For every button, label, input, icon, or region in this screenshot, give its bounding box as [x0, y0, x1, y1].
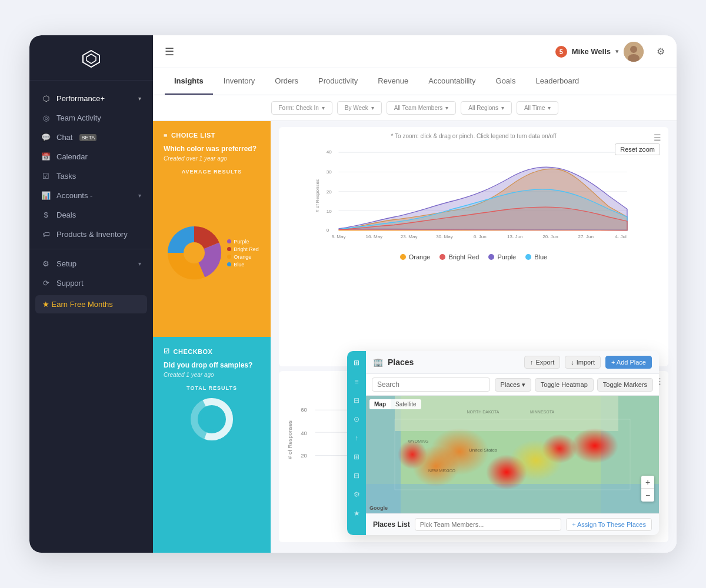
- places-sidebar-columns-icon[interactable]: ⊟: [351, 470, 362, 482]
- svg-point-5: [184, 242, 205, 263]
- places-search-bar: Places ▾ Toggle Heatmap Toggle Markers: [366, 374, 659, 396]
- svg-text:0: 0: [327, 228, 329, 233]
- filter-team[interactable]: All Team Members ▾: [387, 101, 457, 115]
- svg-text:9. May: 9. May: [331, 234, 346, 239]
- sidebar-navigation: ⬡ Performance+ ▾ ◎ Team Activity 💬 Chat …: [29, 81, 153, 553]
- sidebar-item-team-activity[interactable]: ◎ Team Activity: [29, 108, 153, 128]
- sidebar-item-setup[interactable]: ⚙ Setup ▾: [29, 254, 153, 273]
- places-sidebar-chart-icon[interactable]: ↑: [351, 432, 362, 444]
- sidebar: ⬡ Performance+ ▾ ◎ Team Activity 💬 Chat …: [29, 35, 153, 553]
- accounts-icon: 📊: [41, 191, 51, 200]
- svg-marker-1: [86, 54, 96, 64]
- card-created: Created 1 year ago: [164, 372, 260, 378]
- map-zoom-controls: + −: [641, 476, 654, 502]
- places-card: ⊞ ≡ ⊟ ⊙ ↑ ⊞ ⊟ ⚙ ★ 🏢 Places ↑ Export ↓ Im…: [347, 351, 659, 535]
- places-footer-title: Places List: [373, 520, 410, 529]
- sidebar-item-calendar[interactable]: 📅 Calendar: [29, 147, 153, 166]
- chevron-down-icon: ▾: [138, 260, 141, 267]
- filter-form-label: Form: Check In: [279, 105, 319, 111]
- svg-text:20: 20: [301, 452, 307, 459]
- filters-bar: Form: Check In ▾ By Week ▾ All Team Memb…: [153, 95, 677, 121]
- tab-productivity[interactable]: Productivity: [309, 68, 367, 95]
- places-header: 🏢 Places ↑ Export ↓ Import + Add Place: [366, 351, 659, 374]
- import-button[interactable]: ↓ Import: [565, 356, 601, 369]
- map-tab-satellite[interactable]: Satellite: [391, 399, 421, 409]
- sidebar-item-products[interactable]: 🏷 Products & Inventory: [29, 225, 153, 244]
- places-dropdown-button[interactable]: Places ▾: [495, 378, 531, 392]
- pie-labels: Purple Bright Red Orange: [227, 239, 259, 268]
- places-main: 🏢 Places ↑ Export ↓ Import + Add Place: [366, 351, 659, 535]
- pie-chart-svg: [165, 223, 224, 282]
- places-sidebar-settings-icon[interactable]: ⚙: [351, 489, 362, 500]
- filter-time-label: All Time: [524, 105, 545, 111]
- toggle-markers-button[interactable]: Toggle Markers: [597, 378, 653, 392]
- gear-icon[interactable]: ⚙: [657, 46, 665, 57]
- user-menu[interactable]: 5 Mike Wells ▾: [555, 42, 644, 62]
- choice-list-icon: ≡: [164, 132, 168, 139]
- deals-icon: $: [41, 211, 51, 219]
- zoom-in-button[interactable]: +: [641, 476, 654, 489]
- sidebar-item-performance[interactable]: ⬡ Performance+ ▾: [29, 89, 153, 108]
- pick-team-input[interactable]: [415, 518, 561, 531]
- sidebar-item-accounts[interactable]: 📊 Accounts - ▾: [29, 186, 153, 205]
- sidebar-item-label: Support: [56, 279, 84, 288]
- tab-accountability[interactable]: Accountability: [419, 68, 485, 95]
- sidebar-item-deals[interactable]: $ Deals: [29, 205, 153, 225]
- sidebar-item-earn[interactable]: ★ Earn Free Months: [35, 295, 147, 313]
- legend-bright-red[interactable]: Bright Red: [439, 253, 479, 260]
- tab-orders[interactable]: Orders: [265, 68, 308, 95]
- zoom-out-button[interactable]: −: [641, 489, 654, 502]
- places-sidebar-table-icon[interactable]: ⊟: [351, 395, 362, 406]
- svg-text:WYOMING: WYOMING: [408, 439, 429, 443]
- places-sidebar-map-icon[interactable]: ⊙: [351, 413, 362, 425]
- tab-inventory[interactable]: Inventory: [214, 68, 264, 95]
- export-button[interactable]: ↑ Export: [524, 356, 560, 369]
- places-sidebar-filter-icon[interactable]: ⊞: [351, 451, 362, 463]
- tab-goals[interactable]: Goals: [487, 68, 525, 95]
- sidebar-item-tasks[interactable]: ☑ Tasks: [29, 166, 153, 186]
- add-place-button[interactable]: + Add Place: [605, 356, 652, 369]
- filter-regions-label: All Regions: [468, 105, 498, 111]
- places-search-input[interactable]: [372, 377, 490, 392]
- svg-text:60: 60: [301, 407, 307, 413]
- places-sidebar-star-icon[interactable]: ★: [351, 507, 362, 519]
- places-sidebar-list-icon[interactable]: ≡: [351, 376, 362, 387]
- menu-icon[interactable]: ☰: [165, 45, 174, 58]
- svg-text:13. Jun: 13. Jun: [507, 234, 523, 239]
- legend-blue[interactable]: Blue: [525, 253, 547, 260]
- legend-orange[interactable]: Orange: [400, 253, 431, 260]
- svg-text:MINNESOTA: MINNESOTA: [530, 410, 554, 414]
- beta-badge: BETA: [79, 134, 96, 141]
- import-label: Import: [577, 359, 595, 366]
- filter-regions[interactable]: All Regions ▾: [461, 101, 512, 115]
- toggle-heatmap-button[interactable]: Toggle Heatmap: [535, 378, 594, 392]
- assign-button[interactable]: + Assign To These Places: [566, 518, 652, 531]
- map-tab-map[interactable]: Map: [369, 399, 391, 409]
- sidebar-item-support[interactable]: ⟳ Support: [29, 273, 153, 293]
- legend-purple[interactable]: Purple: [488, 253, 516, 260]
- bright-red-dot: [227, 247, 231, 251]
- chart-menu-icon[interactable]: ☰: [654, 133, 661, 142]
- svg-point-3: [630, 46, 637, 53]
- tab-revenue[interactable]: Revenue: [368, 68, 418, 95]
- tabs-bar: Insights Inventory Orders Productivity R…: [153, 68, 677, 95]
- reset-zoom-button[interactable]: Reset zoom: [615, 143, 660, 155]
- filter-period[interactable]: By Week ▾: [337, 101, 382, 115]
- sidebar-item-chat[interactable]: 💬 Chat BETA: [29, 128, 153, 147]
- filter-form[interactable]: Form: Check In ▾: [271, 101, 332, 115]
- svg-text:NEW MEXICO: NEW MEXICO: [428, 469, 455, 473]
- svg-point-8: [201, 409, 222, 430]
- tab-insights[interactable]: Insights: [165, 68, 213, 95]
- google-logo: Google: [369, 505, 388, 511]
- sidebar-item-label: Accounts -: [56, 191, 92, 200]
- sidebar-item-label: Setup: [56, 259, 76, 268]
- chevron-down-icon: ▾: [138, 95, 141, 102]
- card-checkbox: ☑ CHECKBOX Did you drop off samples? Cre…: [153, 337, 271, 553]
- svg-text:10: 10: [327, 209, 332, 214]
- svg-text:# of Responses: # of Responses: [315, 179, 320, 212]
- places-sidebar-grid-icon[interactable]: ⊞: [351, 357, 362, 369]
- tab-leaderboard[interactable]: Leaderboard: [527, 68, 589, 95]
- notification-badge: 5: [555, 46, 567, 58]
- filter-time[interactable]: All Time ▾: [517, 101, 559, 115]
- svg-text:40: 40: [301, 430, 307, 436]
